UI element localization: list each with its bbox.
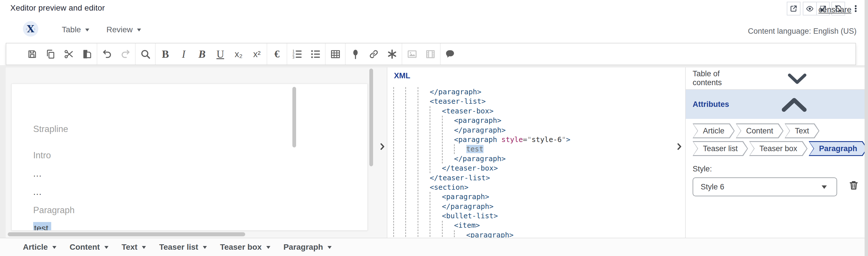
path-item-teaser-list[interactable]: Teaser list [159,243,207,252]
superscript-button[interactable]: x² [248,44,266,64]
menu-review[interactable]: Review [106,25,141,35]
table-button[interactable] [326,44,344,64]
undo-button[interactable] [98,44,116,64]
path-item-label: Content [69,243,100,252]
redo-button[interactable] [116,44,134,64]
menu-table[interactable]: Table [62,25,89,35]
unordered-list-button[interactable] [306,44,324,64]
preview-eye-button[interactable] [803,2,816,15]
chevron-down-icon [822,185,827,191]
bold-italic-button[interactable]: B [193,44,211,64]
editor-vertical-scrollbar[interactable] [369,69,373,166]
special-character-button[interactable]: € [268,44,286,64]
xeditor-logo: ‹ X › [23,21,38,37]
breadcrumb-chip-article[interactable]: Article [693,123,735,138]
breadcrumb-chip-paragraph[interactable]: Paragraph [809,141,868,156]
path-item-teaser-box[interactable]: Teaser box [220,243,270,252]
path-item-content[interactable]: Content [69,243,108,252]
bold-button[interactable]: B [156,44,175,64]
editor-paragraph[interactable]: ... [33,187,367,197]
editor-paragraph[interactable]: ... [33,169,367,179]
xml-line: <paragraph> [388,192,679,202]
search-icon [140,49,151,60]
editor-paragraph[interactable]: Intro [33,150,367,160]
path-item-label: Teaser box [220,243,262,252]
breadcrumb-row: ArticleContentText [693,123,865,138]
xml-line: </paragraph> [388,154,679,163]
cut-button[interactable] [60,44,78,64]
page-scrollbar[interactable] [865,0,868,256]
document-page[interactable]: StraplineIntro......Paragraphtest [11,84,368,230]
xml-line: <paragraph> [388,116,679,125]
table-of-contents-header[interactable]: Table of contents [686,67,865,90]
expand-editor-button[interactable] [378,140,387,153]
breadcrumb-chip-teaser-list[interactable]: Teaser list [693,141,748,156]
table-icon [330,49,341,60]
asterisk-button[interactable] [383,44,401,64]
link-button[interactable] [365,44,383,64]
editor-paragraph[interactable]: Paragraph [33,205,367,215]
toolbar-group: 123 [287,43,325,65]
xml-line: <teaser-box> [388,106,679,116]
editor-toolbar: BIBUx₂x²€123 [6,43,856,65]
style-select[interactable]: Style 6 [693,177,837,196]
comment-button[interactable] [441,44,460,64]
paste-button[interactable] [78,44,96,64]
editor-paragraph[interactable]: test [33,223,367,230]
eye-icon [803,2,816,15]
toolbar-group [440,43,460,65]
external-link-icon [787,2,800,15]
italic-button[interactable]: I [175,44,193,64]
chevron-down-icon [137,29,141,33]
xml-line: </teaser-list> [388,173,679,183]
breadcrumb-row: Teaser listTeaser boxParagraph [693,141,865,156]
path-item-paragraph[interactable]: Paragraph [283,243,332,252]
censhare-link[interactable]: censhare [818,5,851,14]
xml-line: <item> [388,221,679,230]
xml-source-panel: XML </paragraph><teaser-list><teaser-box… [387,67,685,238]
document-editor-panel: StraplineIntro......Paragraphtest [6,67,387,238]
xml-code-view[interactable]: </paragraph><teaser-list><teaser-box><pa… [388,87,679,238]
style-field-label: Style: [693,164,865,174]
path-item-article[interactable]: Article [23,243,56,252]
attributes-sidebar: Table of contents Attributes ArticleCont… [685,67,865,238]
subscript-icon: x₂ [235,50,243,59]
chip-label: Teaser box [760,144,797,153]
toolbar-group [325,43,345,65]
media-button[interactable] [421,44,439,64]
underline-icon: U [217,49,224,60]
image-button[interactable] [403,44,421,64]
delete-attribute-button[interactable] [847,178,860,192]
ordered-list-button[interactable]: 123 [288,44,306,64]
save-button[interactable] [23,44,41,64]
subscript-button[interactable]: x₂ [229,44,248,64]
editor-paragraph[interactable]: Strapline [33,124,367,134]
pin-button[interactable] [346,44,365,64]
style-field: Style: Style 6 [693,164,865,196]
attributes-header[interactable]: Attributes [686,90,865,119]
breadcrumb-chip-text[interactable]: Text [785,123,820,138]
paragraph-text: Paragraph [33,205,75,215]
element-breadcrumb: ArticleContentTextTeaser listTeaser boxP… [686,119,865,156]
copy-button[interactable] [41,44,60,64]
toolbar-group [345,43,402,65]
open-external-button[interactable] [787,2,801,15]
indent-guide [430,192,430,238]
underline-button[interactable]: U [211,44,229,64]
indent-guide [442,221,442,238]
chevron-down-icon [203,246,207,251]
logo-x: X [27,24,34,35]
logo-bracket-right: › [34,26,35,32]
xml-vertical-scrollbar[interactable] [292,87,296,147]
editor-horizontal-scrollbar[interactable] [8,232,245,236]
breadcrumb-chip-teaser-box[interactable]: Teaser box [749,141,808,156]
breadcrumb-chip-content[interactable]: Content [736,123,784,138]
chip-label: Article [703,126,724,136]
chevron-down-icon [736,67,857,89]
expand-xml-button[interactable] [675,140,684,153]
asterisk-icon [387,49,397,60]
search-button[interactable] [136,44,154,64]
toolbar-group [402,43,440,65]
xml-line: <section> [388,183,679,192]
path-item-text[interactable]: Text [122,243,146,252]
